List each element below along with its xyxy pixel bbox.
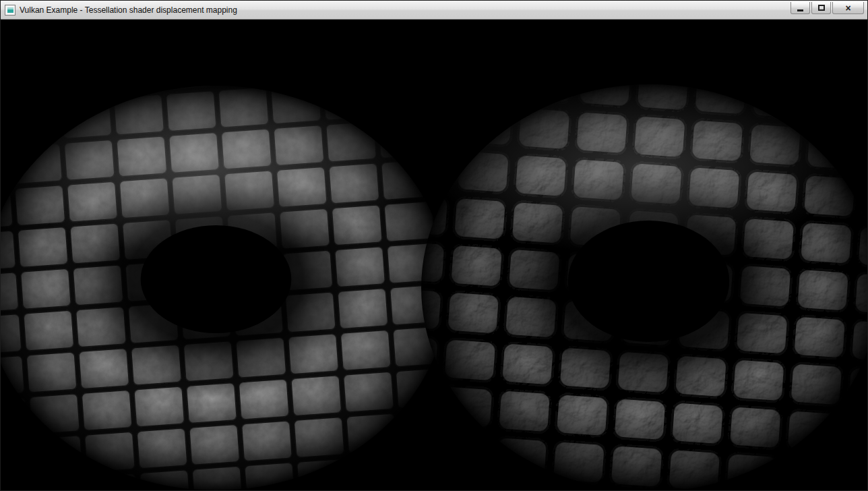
close-button[interactable]: × [832, 2, 864, 14]
titlebar[interactable]: Vulkan Example - Tessellation shader dis… [1, 1, 867, 20]
window-title: Vulkan Example - Tessellation shader dis… [20, 5, 790, 15]
render-viewport[interactable] [1, 20, 867, 490]
maximize-icon [818, 5, 825, 11]
minimize-button[interactable] [790, 2, 810, 14]
app-icon-glyph [7, 7, 13, 13]
app-icon [5, 5, 16, 16]
app-window: Vulkan Example - Tessellation shader dis… [0, 0, 868, 491]
close-icon: × [845, 3, 850, 13]
window-controls: × [790, 2, 864, 14]
torus-right [414, 77, 867, 490]
maximize-button[interactable] [811, 2, 831, 14]
minimize-icon [797, 9, 803, 11]
3d-scene [1, 20, 867, 490]
torus-left [1, 77, 472, 490]
